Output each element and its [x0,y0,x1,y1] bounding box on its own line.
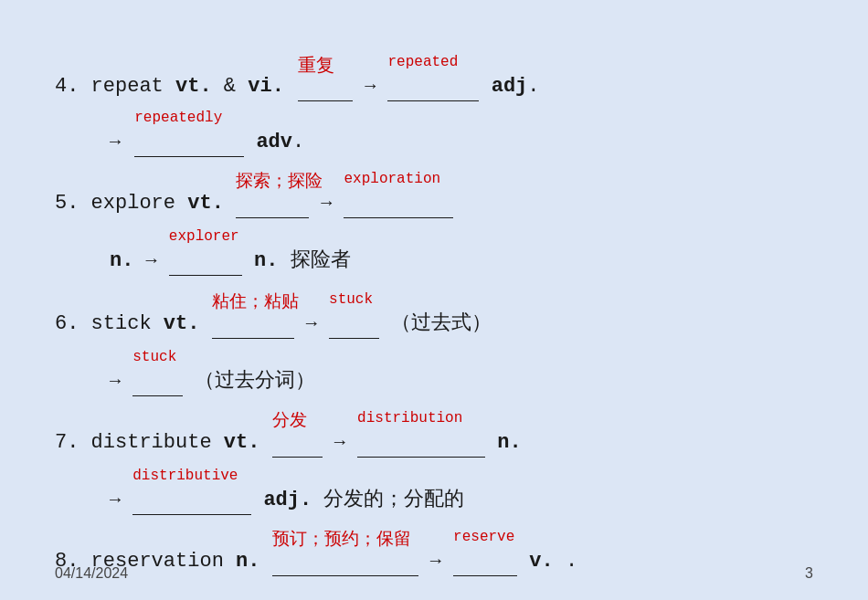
entry-4-arrow2: → [110,132,121,153]
entry-8-period: . [566,550,577,573]
entry-5: 5. explore vt. 探索；探险 → exploration n. → … [55,163,813,276]
entry-7-number: 7. [55,431,79,454]
entry-6-answer2: stuck [132,346,176,368]
entry-5-chinese: 探索；探险 [236,168,323,195]
entry-6-blank1 [212,315,294,339]
entry-4-blank3 [134,133,244,157]
entry-8: 8. reservation n. 预订；预约；保留 → reserve v. … [55,521,813,576]
entry-5-word: explore [91,192,188,215]
entry-7-chinese3: 分发的；分配的 [323,487,464,510]
entry-8-pos: n. [236,550,259,573]
entry-6-arrow2: → [110,371,121,392]
entry-4-pos1: adj [492,75,528,98]
entry-7-arrow2: → [110,489,121,511]
entry-4: 4. repeat vt. & vi. 重复 → repeated adj. [55,46,813,157]
entry-7-word: distribute [91,431,224,454]
entry-8-answer1: reserve [453,526,514,548]
entry-5-arrow1: → [321,193,332,214]
entry-5-pos: vt. [187,192,224,215]
entry-7-pos3: adj. [263,489,312,511]
entry-7-blank3 [132,491,251,515]
entry-5-answer1: exploration [344,168,440,190]
entry-5-pos3: n. [254,249,278,272]
entry-4-blank1 [298,78,353,101]
entry-5-blank3 [169,252,242,276]
footer-page-number: 3 [805,565,813,582]
entry-6-chinese: 粘住；粘贴 [212,289,299,315]
entry-4-word: repeat [91,75,175,98]
entry-4-chinese-above: 重复 [298,51,334,79]
entry-8-blank2 [453,553,517,576]
entry-8-blank1 [272,553,418,576]
entry-4-arrow1: → [365,76,376,97]
footer-date: 04/14/2024 [55,565,128,582]
entry-7-answer1: distribution [357,407,462,429]
entry-7-pos: vt. [224,431,260,454]
entry-7-blank2 [357,434,485,458]
entry-4-number: 4. [55,75,79,98]
entry-5-blank1 [236,195,309,218]
entry-7-blank1 [272,434,323,458]
page: 4. repeat vt. & vi. 重复 → repeated adj. [0,0,868,600]
entry-6-answer1: stuck [329,289,373,311]
entry-5-number: 5. [55,192,79,215]
entry-5-answer2: explorer [169,226,239,247]
entry-6-word: stick [91,312,164,335]
entry-8-pos2: v. [529,550,553,573]
entry-7-arrow1: → [334,432,345,453]
entry-8-arrow1: → [430,551,441,572]
entry-8-chinese: 预订；预约；保留 [272,526,411,553]
entry-7-pos2: n. [497,431,521,454]
entry-4-pos: vt. [175,75,212,98]
entry-4-answer2: repeatedly [134,107,222,129]
entry-4-answer1: repeated [387,51,458,73]
entry-5-chinese3: 探险者 [291,247,351,270]
entry-6-number: 6. [55,312,79,335]
entry-6-blank3 [132,373,183,396]
entry-5-pos2: n. [110,249,133,272]
entry-7: 7. distribute vt. 分发 → distribution n. →… [55,402,813,515]
entry-6: 6. stick vt. 粘住；粘贴 → stuck （过去式） → stuck [55,281,813,396]
entry-4-ampvi: & [224,75,236,98]
entry-5-blank2 [344,195,453,218]
entry-6-chinese2: （过去分词） [195,368,315,391]
entry-6-chinese1: （过去式） [391,311,492,333]
entry-6-pos: vt. [164,312,200,335]
entry-5-arrow2: → [146,250,157,271]
entry-6-blank2 [329,315,379,339]
main-content: 4. repeat vt. & vi. 重复 → repeated adj. [55,46,813,576]
entry-7-answer2: distributive [132,465,238,487]
entry-7-chinese: 分发 [272,407,307,434]
entry-4-vi: vi. [248,75,284,98]
entry-4-pos2: adv [256,131,292,153]
entry-6-arrow1: → [306,313,317,334]
entry-4-blank2 [387,78,479,101]
